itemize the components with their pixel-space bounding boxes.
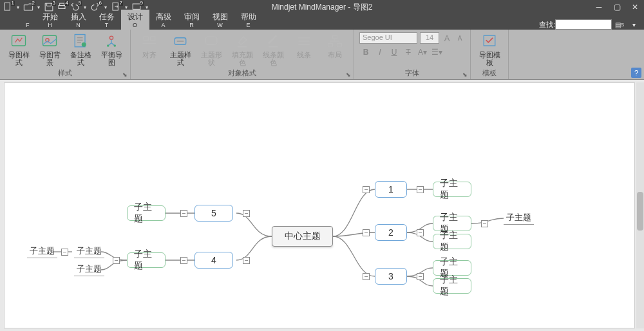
fill-color-button: 填充颜色 xyxy=(229,32,256,68)
shrink-font-icon[interactable]: A xyxy=(455,35,465,42)
maximize-icon[interactable]: ▢ xyxy=(608,0,626,14)
subtopic[interactable]: 子主题 xyxy=(127,252,166,268)
qat-open-icon[interactable]: 2 xyxy=(22,1,35,13)
bold-button[interactable]: B xyxy=(359,46,372,58)
svg-rect-18 xyxy=(269,46,278,48)
collapse-toggle[interactable]: – xyxy=(363,229,370,236)
tab-design[interactable]: 设计O xyxy=(121,10,149,30)
font-family-select[interactable]: Segoe UI xyxy=(359,32,417,44)
subtopic[interactable]: 子主题 xyxy=(433,234,471,249)
topic-right-2[interactable]: 2 xyxy=(375,224,407,241)
svg-rect-17 xyxy=(238,46,247,48)
dialog-launcher-icon[interactable]: ⬊ xyxy=(462,71,468,78)
dialog-launcher-icon[interactable]: ⬊ xyxy=(346,71,351,78)
font-size-select[interactable]: 14 xyxy=(420,32,439,44)
subtopic[interactable]: 子主题 xyxy=(433,278,471,294)
ribbon-group-template: 导图模板 模板 xyxy=(471,30,509,79)
topic-left-4[interactable]: 4 xyxy=(194,252,233,269)
mindmap-canvas[interactable]: 中心主题 1 – 子主题 2 – 子主题 子主题 – 子主题 3 – 子主题 子… xyxy=(4,82,635,328)
align-button: 对齐 xyxy=(136,32,163,68)
svg-rect-21 xyxy=(337,44,342,46)
vertical-scrollbar[interactable] xyxy=(636,82,644,328)
subtopic[interactable]: 子主题 xyxy=(127,205,166,221)
collapse-toggle[interactable]: – xyxy=(417,186,424,193)
svg-point-10 xyxy=(109,36,113,39)
collapse-toggle[interactable]: – xyxy=(481,220,488,227)
canvas-area: 中心主题 1 – 子主题 2 – 子主题 子主题 – 子主题 3 – 子主题 子… xyxy=(0,80,644,331)
balance-map-button[interactable]: 平衡导图 xyxy=(98,32,125,68)
search-label: 查找: xyxy=(539,20,555,30)
ribbon: 导图样式 导图背景 备注格式 平衡导图 样式⬊ 对齐 主题样式 主题形状 填充颜… xyxy=(0,30,644,80)
search-dropdown-icon[interactable]: ▾ xyxy=(627,19,640,30)
connector-lines xyxy=(5,83,634,328)
subtopic[interactable]: 子主题 xyxy=(433,216,471,231)
map-style-button[interactable]: 导图样式 xyxy=(5,32,32,68)
svg-rect-20 xyxy=(328,44,333,46)
tab-advanced[interactable]: 高级A xyxy=(149,10,178,30)
dialog-launcher-icon[interactable]: ⬊ xyxy=(122,71,128,78)
close-icon[interactable]: ✕ xyxy=(626,0,644,14)
collapse-toggle[interactable]: – xyxy=(243,210,250,217)
scrollbar-thumb[interactable] xyxy=(637,192,643,231)
font-color-button[interactable]: A▾ xyxy=(416,46,429,58)
minimize-icon[interactable]: ─ xyxy=(590,0,608,14)
collapse-toggle[interactable]: – xyxy=(61,249,68,256)
help-icon[interactable]: ? xyxy=(631,68,641,78)
ribbon-tabs: F 开始H 插入N 任务T 设计O 高级A 审阅R 视图W 帮助E 查找: ▤S… xyxy=(0,14,644,30)
subtopic[interactable]: 子主题 xyxy=(433,260,471,276)
svg-rect-14 xyxy=(151,37,155,40)
notes-format-button[interactable]: 备注格式 xyxy=(67,32,94,68)
map-background-button[interactable]: 导图背景 xyxy=(36,32,63,68)
collapse-toggle[interactable]: – xyxy=(180,210,187,217)
tab-insert[interactable]: 插入N xyxy=(64,10,93,30)
collapse-toggle[interactable]: – xyxy=(363,186,370,193)
tab-file[interactable]: F xyxy=(19,21,36,30)
svg-rect-1 xyxy=(59,6,65,9)
topic-shape-button: 主题形状 xyxy=(198,32,225,68)
svg-point-11 xyxy=(107,44,109,47)
svg-rect-16 xyxy=(205,37,217,44)
svg-point-12 xyxy=(114,44,117,47)
map-template-button[interactable]: 导图模板 xyxy=(476,32,503,68)
tab-help[interactable]: 帮助E xyxy=(234,10,263,30)
tab-view[interactable]: 视图W xyxy=(206,10,234,30)
app-title: Mindjet MindManager - 导图2 xyxy=(272,2,373,13)
subtopic[interactable]: 子主题 xyxy=(433,182,471,197)
topic-right-3[interactable]: 3 xyxy=(375,268,407,285)
search-area: 查找: ▤S ▾ xyxy=(539,19,640,30)
collapse-toggle[interactable]: – xyxy=(417,229,424,236)
collapse-toggle[interactable]: – xyxy=(113,257,120,264)
ribbon-group-font: Segoe UI 14 A A B I U T A▾ ☰▾ 字体⬊ xyxy=(354,30,471,79)
grow-font-icon[interactable]: A xyxy=(442,33,452,43)
collapse-toggle[interactable]: – xyxy=(180,257,187,264)
topic-style-button[interactable]: 主题样式 xyxy=(167,32,194,68)
tab-review[interactable]: 审阅R xyxy=(178,10,206,30)
qat-new-icon[interactable]: 1 xyxy=(1,1,14,13)
ribbon-group-style: 导图样式 导图背景 备注格式 平衡导图 样式⬊ xyxy=(0,30,131,79)
svg-rect-19 xyxy=(333,35,337,38)
svg-rect-13 xyxy=(144,37,148,40)
leaf-topic[interactable]: 子主题 xyxy=(74,245,104,258)
collapse-toggle[interactable]: – xyxy=(363,273,370,280)
collapse-toggle[interactable]: – xyxy=(417,273,424,280)
tab-home[interactable]: 开始H xyxy=(36,10,64,30)
search-input[interactable] xyxy=(555,19,612,30)
ribbon-group-object-format: 对齐 主题样式 主题形状 填充颜色 线条颜色 线条 布局 对象格式⬊ xyxy=(131,30,354,79)
search-shortcut-icon[interactable]: ▤S xyxy=(613,19,626,30)
highlight-button[interactable]: ☰▾ xyxy=(430,46,443,58)
leaf-topic[interactable]: 子主题 xyxy=(74,263,104,276)
svg-rect-2 xyxy=(60,3,64,5)
italic-button[interactable]: I xyxy=(374,46,386,58)
topic-left-5[interactable]: 5 xyxy=(194,205,233,222)
leaf-topic[interactable]: 子主题 xyxy=(504,212,534,225)
window-controls: ─ ▢ ✕ xyxy=(590,0,644,14)
leaf-topic[interactable]: 子主题 xyxy=(27,245,57,258)
strike-button[interactable]: T xyxy=(402,46,415,58)
collapse-toggle[interactable]: – xyxy=(243,257,250,264)
topic-right-1[interactable]: 1 xyxy=(375,181,407,198)
central-topic[interactable]: 中心主题 xyxy=(272,226,333,247)
qat-dropdown-icon[interactable]: ▾ xyxy=(14,5,22,10)
svg-point-9 xyxy=(82,43,86,47)
tab-task[interactable]: 任务T xyxy=(93,10,121,30)
underline-button[interactable]: U xyxy=(388,46,401,58)
